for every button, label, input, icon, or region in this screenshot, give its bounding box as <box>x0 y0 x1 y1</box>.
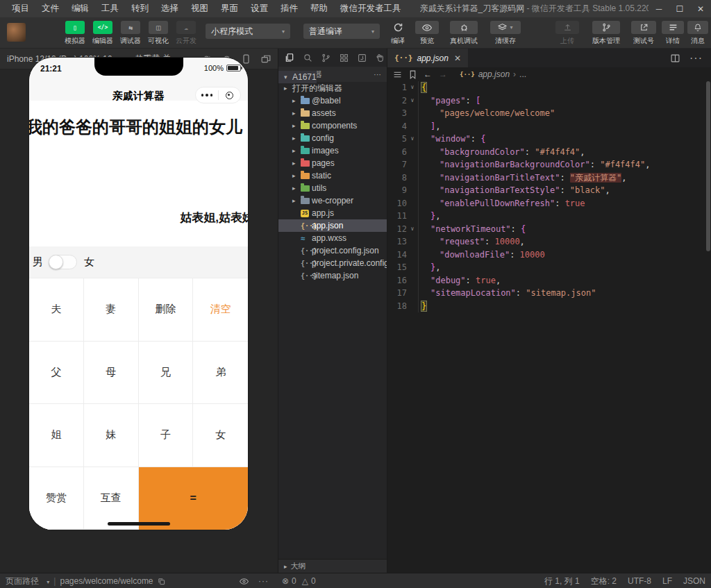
menu-tools[interactable]: 工具 <box>95 0 125 17</box>
miniapp-capsule[interactable] <box>195 87 241 103</box>
version-control-button[interactable]: 版本管理 <box>587 21 626 46</box>
key-delete[interactable]: 删除 <box>139 278 194 342</box>
key-elder-brother[interactable]: 兄 <box>139 342 194 405</box>
simulator-toggle-button[interactable]: ▯ 模拟器 <box>61 21 89 46</box>
code-line[interactable]: 8"navigationBarTitleText": "亲戚计算器", <box>387 171 705 185</box>
tree-file-app-wxss[interactable]: ≈app.wxss <box>278 232 387 244</box>
tree-file-app-js[interactable]: JSapp.js <box>278 207 387 219</box>
code-line[interactable]: 2∨"pages": [ <box>387 94 705 108</box>
editor-toggle-button[interactable]: </> 编辑器 <box>89 21 117 46</box>
code-line[interactable]: 3"pages/welcome/welcome" <box>387 107 705 120</box>
menu-settings[interactable]: 设置 <box>244 0 274 17</box>
tab-app-json[interactable]: {··} app.json ✕ <box>387 49 468 67</box>
key-wife[interactable]: 妻 <box>84 278 139 342</box>
key-younger-sister[interactable]: 妹 <box>84 404 139 467</box>
menu-select[interactable]: 选择 <box>155 0 185 17</box>
menu-edit[interactable]: 编辑 <box>65 0 95 17</box>
statusbar-eye[interactable] <box>240 573 249 588</box>
minimize-icon[interactable]: ─ <box>649 0 669 17</box>
tree-folder-images[interactable]: ▸images <box>278 144 387 157</box>
key-clear[interactable]: 清空 <box>193 278 248 342</box>
code-line[interactable]: 18} <box>387 300 705 313</box>
visualization-toggle-button[interactable]: ◫ 可视化 <box>144 21 172 46</box>
key-equals[interactable]: = <box>139 467 249 530</box>
bookmark-icon[interactable] <box>409 70 417 79</box>
code-line[interactable]: 1∨{ <box>387 81 705 94</box>
menu-project[interactable]: 项目 <box>6 0 35 17</box>
outline-list-icon[interactable] <box>393 71 402 78</box>
phone-frame-icon[interactable] <box>242 54 250 64</box>
language-mode[interactable]: JSON <box>683 576 705 586</box>
page-path-value[interactable]: pages/welcome/welcome <box>60 576 153 586</box>
indent-setting[interactable]: 空格: 2 <box>591 576 617 587</box>
outline-section[interactable]: ▸大纲 <box>278 559 387 573</box>
encoding[interactable]: UTF-8 <box>628 576 651 586</box>
code-line[interactable]: 4], <box>387 120 705 133</box>
gender-switch[interactable] <box>49 255 77 269</box>
tree-folder-utils[interactable]: ▸utils <box>278 182 387 194</box>
detach-window-icon[interactable] <box>261 55 271 64</box>
tree-folder-pages[interactable]: ▸pages <box>278 157 387 169</box>
split-editor-icon[interactable] <box>671 54 680 62</box>
key-younger-brother[interactable]: 弟 <box>193 342 248 405</box>
more-icon[interactable]: ··· <box>689 52 703 65</box>
more-dots-icon[interactable] <box>196 94 218 96</box>
eol[interactable]: LF <box>662 576 672 586</box>
page-path-selector[interactable]: 页面路径 ▾ <box>6 576 49 587</box>
avatar[interactable] <box>7 23 26 42</box>
statusbar-more[interactable]: ··· <box>258 573 269 588</box>
key-father[interactable]: 父 <box>29 342 84 405</box>
menu-plugins[interactable]: 插件 <box>274 0 304 17</box>
code-line[interactable]: 6"backgroundColor": "#f4f4f4", <box>387 146 705 159</box>
real-device-debug-button[interactable]: 真机调试 <box>445 21 483 46</box>
key-mutual-lookup[interactable]: 互查 <box>84 467 139 530</box>
code-area[interactable]: 1∨{2∨"pages": [3"pages/welcome/welcome"4… <box>387 81 705 312</box>
code-line[interactable]: 15}, <box>387 261 705 274</box>
tree-folder-babel[interactable]: ▸@babel <box>278 94 387 107</box>
clear-cache-button[interactable]: ▾ 清缓存 <box>487 21 524 46</box>
code-line[interactable]: 11}, <box>387 210 705 223</box>
extensions-icon[interactable] <box>340 53 349 62</box>
code-line[interactable]: 9"navigationBarTextStyle": "black", <box>387 184 705 197</box>
test-account-button[interactable]: 测试号 <box>629 21 658 46</box>
key-donate[interactable]: 赞赏 <box>29 467 84 530</box>
code-line[interactable]: 5∨"window": { <box>387 133 705 146</box>
code-line[interactable]: 17"sitemapLocation": "sitemap.json" <box>387 287 705 300</box>
more-icon[interactable]: ··· <box>374 70 381 78</box>
search-icon[interactable] <box>303 53 312 62</box>
code-line[interactable]: 16"debug": true, <box>387 274 705 287</box>
exit-circle-icon[interactable] <box>219 92 241 99</box>
tree-root-A1671[interactable]: ▾A1671 <box>278 71 317 83</box>
menu-goto[interactable]: 转到 <box>125 0 155 17</box>
breadcrumb[interactable]: {··} app.json › ... <box>460 69 526 79</box>
menu-view[interactable]: 视图 <box>185 0 215 17</box>
forward-icon[interactable]: → <box>439 69 447 79</box>
details-button[interactable]: 详情 <box>661 21 685 46</box>
tree-file-sitemap-json[interactable]: {··}sitemap.json <box>278 269 387 282</box>
problems-indicator[interactable]: ⊗0 △0 <box>282 573 316 588</box>
key-husband[interactable]: 夫 <box>29 278 84 342</box>
tree-file-project-private-config[interactable]: {··}project.private.config.js... <box>278 257 387 269</box>
messages-button[interactable]: 消息 <box>687 21 709 46</box>
cloud-dev-button[interactable]: ☁ 云开发 <box>172 21 200 46</box>
files-icon[interactable] <box>285 53 294 62</box>
code-line[interactable]: 13"request": 10000, <box>387 235 705 249</box>
close-icon[interactable]: ✕ <box>690 0 711 17</box>
key-daughter[interactable]: 女 <box>193 404 248 467</box>
preview-button[interactable]: 预览 <box>414 21 440 46</box>
compile-select[interactable]: 普通编译 ▾ <box>303 24 380 39</box>
debugger-toggle-button[interactable]: ⇆ 调试器 <box>117 21 144 46</box>
close-icon[interactable]: ✕ <box>454 53 461 63</box>
code-line[interactable]: 12∨"networkTimeout": { <box>387 223 705 236</box>
tree-file-app-json[interactable]: {··}app.json <box>278 219 387 232</box>
tree-folder-components[interactable]: ▸components <box>278 119 387 132</box>
key-elder-sister[interactable]: 姐 <box>29 404 84 467</box>
code-line[interactable]: 7"navigationBarBackgroundColor": "#f4f4f… <box>387 158 705 171</box>
menu-file[interactable]: 文件 <box>35 0 65 17</box>
npm-scripts-icon[interactable] <box>358 53 367 62</box>
key-son[interactable]: 子 <box>139 404 194 467</box>
back-icon[interactable]: ← <box>424 69 432 79</box>
tree-folder-config[interactable]: ▸config <box>278 132 387 144</box>
menu-interface[interactable]: 界面 <box>215 0 244 17</box>
cursor-position[interactable]: 行 1, 列 1 <box>544 576 580 587</box>
